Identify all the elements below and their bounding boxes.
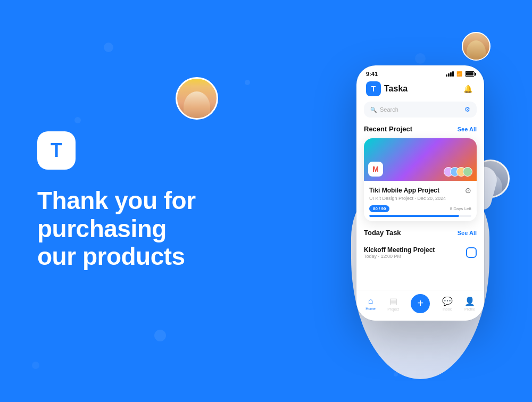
phone-wrapper: 9:41 📶 T Taska — [356, 65, 484, 337]
task-time: Today · 12:00 PM — [364, 254, 435, 259]
bg-dot-4 — [245, 80, 250, 85]
recent-project-see-all[interactable]: See All — [458, 126, 477, 132]
search-bar[interactable]: 🔍 Search ⚙ — [364, 102, 477, 118]
app-logo-small: T — [366, 81, 381, 96]
inbox-label: Inbox — [443, 307, 452, 311]
phone: 9:41 📶 T Taska — [356, 65, 484, 321]
today-task-title: Today Task — [364, 229, 401, 237]
project-icon: ▤ — [389, 296, 397, 306]
nav-project[interactable]: ▤ Project — [387, 296, 399, 311]
avatar-top-right — [462, 32, 491, 61]
card-subtitle: UI Kit Design Project · Dec 20, 2024 — [369, 196, 471, 201]
status-bar: 9:41 📶 — [356, 65, 484, 79]
card-progress-row: 80 / 90 8 Days Left — [369, 205, 471, 212]
app-name: Taska — [384, 84, 408, 94]
recent-project-title: Recent Project — [364, 125, 412, 133]
today-task-header: Today Task See All — [356, 229, 484, 242]
search-placeholder: Search — [380, 106, 398, 113]
logo-letter: T — [51, 139, 62, 162]
profile-icon: 👤 — [464, 296, 475, 306]
nav-profile[interactable]: 👤 Profile — [464, 296, 475, 311]
status-time: 9:41 — [366, 71, 378, 77]
left-section: T Thank you for purchasing our products — [0, 0, 245, 402]
today-task-see-all[interactable]: See All — [458, 230, 477, 236]
home-icon: ⌂ — [368, 296, 373, 306]
search-icon: 🔍 — [370, 107, 377, 113]
thank-you-text: Thank you for purchasing our products — [37, 187, 245, 271]
bg-dot-7 — [415, 53, 426, 64]
app-logo-row: T Taska — [366, 81, 408, 96]
nav-add-button[interactable]: + — [411, 294, 430, 313]
thank-line1: Thank you for — [37, 187, 196, 214]
thank-line2: purchasing — [37, 215, 167, 242]
signal-icon — [446, 71, 454, 77]
thank-line3: our products — [37, 242, 185, 270]
days-left: 8 Days Left — [450, 206, 471, 211]
nav-inbox[interactable]: 💬 Inbox — [442, 296, 453, 311]
card-title: Tiki Mobile App Project — [369, 187, 439, 194]
task-info: Kickoff Meeting Project Today · 12:00 PM — [364, 246, 435, 259]
app-logo-letter: T — [371, 85, 376, 93]
card-avatar-4 — [463, 167, 472, 177]
status-icons: 📶 — [446, 71, 475, 77]
project-label: Project — [387, 307, 399, 311]
bell-icon[interactable]: 🔔 — [461, 82, 475, 96]
home-label: Home — [365, 307, 376, 311]
logo-circle: T — [37, 131, 76, 170]
project-card[interactable]: M Tiki Mobile App Project ⊙ UI Kit Desig… — [364, 138, 477, 221]
task-item[interactable]: Kickoff Meeting Project Today · 12:00 PM — [364, 242, 477, 263]
recent-project-header: Recent Project See All — [356, 125, 484, 138]
filter-icon[interactable]: ⚙ — [464, 106, 470, 113]
task-title: Kickoff Meeting Project — [364, 246, 435, 254]
task-checkbox[interactable] — [466, 247, 477, 258]
wifi-icon: 📶 — [456, 71, 462, 77]
search-left: 🔍 Search — [370, 106, 398, 113]
avatar-girl — [176, 77, 218, 120]
card-avatars — [444, 167, 472, 177]
card-image: M — [364, 138, 477, 181]
progress-bar — [369, 215, 471, 217]
progress-bar-fill — [369, 215, 459, 217]
inbox-icon: 💬 — [442, 296, 453, 306]
battery-icon — [465, 71, 475, 77]
nav-home[interactable]: ⌂ Home — [365, 296, 376, 311]
card-title-row: Tiki Mobile App Project ⊙ — [369, 186, 471, 195]
card-menu-icon[interactable]: ⊙ — [465, 186, 471, 195]
card-m-icon: M — [368, 162, 383, 177]
profile-label: Profile — [464, 307, 475, 311]
app-header: T Taska 🔔 — [356, 79, 484, 102]
progress-badge: 80 / 90 — [369, 205, 389, 212]
bottom-nav: ⌂ Home ▤ Project + 💬 Inbox 👤 Profile — [356, 290, 484, 321]
card-body: Tiki Mobile App Project ⊙ UI Kit Design … — [364, 181, 477, 221]
